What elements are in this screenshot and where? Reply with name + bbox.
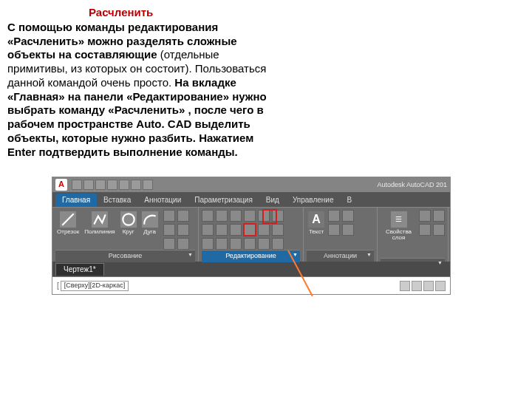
text-icon: A: [308, 211, 324, 228]
body-paragraph: С помощью команды редактирования «Расчле…: [7, 21, 270, 160]
arc-icon: [142, 211, 158, 228]
qat-redo-icon[interactable]: [143, 180, 153, 190]
text-label: Текст: [309, 229, 324, 235]
panel-annotation-label[interactable]: Аннотации▼: [307, 250, 374, 262]
draw-small-2[interactable]: [177, 210, 189, 222]
title-bar: A Autodesk AutoCAD 201: [52, 177, 450, 192]
draw-small-4[interactable]: [177, 224, 189, 236]
panel-layers: ☰ Свойства слоя ▼: [378, 208, 449, 262]
mirror-icon[interactable]: [202, 224, 214, 236]
fillet-icon[interactable]: [216, 224, 228, 236]
qat-undo-icon[interactable]: [131, 180, 141, 190]
qat-saveas-icon[interactable]: [107, 180, 117, 190]
layer-small-grid: [419, 210, 445, 236]
line-label: Отрезок: [57, 229, 79, 235]
polyline-icon: [92, 211, 108, 228]
lengthen-icon[interactable]: [272, 238, 284, 250]
dim-icon[interactable]: [328, 210, 340, 222]
array-icon[interactable]: [202, 238, 214, 250]
ribbon-body: Отрезок Полилиния Круг Дуга: [52, 207, 450, 262]
move-icon[interactable]: [202, 210, 214, 222]
arc-button[interactable]: Дуга: [140, 210, 160, 235]
polyline-label: Полилиния: [84, 229, 115, 235]
app-menu-button[interactable]: A: [55, 179, 67, 191]
layer-color-icon[interactable]: [433, 224, 445, 236]
circle-icon: [120, 211, 137, 228]
align-icon[interactable]: [258, 238, 270, 250]
heading: Расчленить: [7, 6, 523, 20]
window-title: Autodesk AutoCAD 201: [377, 181, 447, 189]
copy-icon[interactable]: [272, 210, 284, 222]
nav-wheel-icon[interactable]: [400, 281, 410, 291]
qat-plot-icon[interactable]: [119, 180, 129, 190]
qat-open-icon[interactable]: [83, 180, 94, 190]
tab-parametric[interactable]: Параметризация: [188, 194, 259, 208]
chamfer-icon[interactable]: [230, 224, 242, 236]
nav-orbit-icon[interactable]: [435, 281, 446, 291]
rotate-icon[interactable]: [216, 210, 228, 222]
leader-icon[interactable]: [342, 210, 354, 222]
panel-modify: Редактирование▼: [199, 208, 304, 262]
layer-lock-icon[interactable]: [419, 224, 431, 236]
autocad-window: A Autodesk AutoCAD 201 Главная Вставка А…: [52, 177, 451, 295]
qat-save-icon[interactable]: [95, 180, 106, 190]
draw-small-grid: [163, 210, 189, 250]
circle-button[interactable]: Круг: [119, 210, 138, 235]
join-icon[interactable]: [230, 238, 242, 250]
chevron-down-icon: ▼: [437, 260, 443, 267]
drawing-area[interactable]: [ [Сверху][2D-каркас]: [52, 276, 450, 294]
polyline-button[interactable]: Полилиния: [83, 210, 117, 235]
tab-view[interactable]: Вид: [259, 194, 286, 208]
hatch-icon[interactable]: [342, 224, 354, 236]
line-button[interactable]: Отрезок: [55, 210, 81, 235]
document-tabs: Чертеж1*: [52, 262, 450, 276]
layers-icon: ☰: [391, 211, 407, 228]
scale-icon[interactable]: [272, 224, 284, 236]
stretch-icon[interactable]: [258, 224, 270, 236]
tab-annotate[interactable]: Аннотации: [137, 194, 188, 208]
text-button[interactable]: A Текст: [307, 210, 326, 235]
layer-freeze-icon[interactable]: [433, 210, 445, 222]
layer-label: Свойства слоя: [382, 229, 415, 241]
qat-new-icon[interactable]: [72, 180, 82, 190]
erase-icon[interactable]: [258, 210, 270, 222]
quick-access-toolbar: [72, 180, 153, 190]
arc-label: Дуга: [143, 229, 156, 235]
panel-modify-label[interactable]: Редактирование▼: [202, 250, 300, 262]
draw-small-6[interactable]: [177, 238, 189, 250]
svg-line-0: [62, 214, 73, 225]
tab-output[interactable]: В: [341, 194, 359, 208]
break-icon[interactable]: [244, 238, 256, 250]
nav-pan-icon[interactable]: [412, 281, 422, 291]
extend-icon[interactable]: [244, 210, 256, 222]
panel-draw-label[interactable]: Рисование▼: [55, 250, 195, 262]
document-tab[interactable]: Чертеж1*: [55, 263, 104, 276]
table-icon[interactable]: [328, 224, 340, 236]
circle-label: Круг: [123, 229, 134, 235]
view-control[interactable]: [Сверху][2D-каркас]: [61, 281, 129, 291]
trim-icon[interactable]: [230, 210, 242, 222]
offset-icon[interactable]: [216, 238, 228, 250]
nav-controls: [400, 281, 446, 291]
draw-small-1[interactable]: [163, 210, 175, 222]
explode-icon[interactable]: [244, 224, 256, 236]
nav-zoom-icon[interactable]: [423, 281, 434, 291]
chevron-down-icon: ▼: [188, 252, 193, 259]
tab-insert[interactable]: Вставка: [97, 194, 137, 208]
chevron-down-icon: ▼: [293, 252, 298, 259]
panel-draw: Отрезок Полилиния Круг Дуга: [52, 208, 199, 262]
draw-small-3[interactable]: [163, 224, 175, 236]
modify-grid: [202, 210, 284, 250]
ribbon-tabs: Главная Вставка Аннотации Параметризация…: [52, 192, 450, 207]
anno-small-grid: [328, 210, 354, 236]
line-icon: [60, 211, 76, 228]
panel-annotation: A Текст Аннотации▼: [304, 208, 378, 262]
panel-layers-label[interactable]: ▼: [381, 258, 445, 262]
layer-on-icon[interactable]: [419, 210, 431, 222]
layer-props-button[interactable]: ☰ Свойства слоя: [381, 210, 417, 241]
tab-manage[interactable]: Управление: [286, 194, 341, 208]
draw-small-5[interactable]: [163, 238, 175, 250]
chevron-down-icon: ▼: [366, 252, 372, 259]
tab-home[interactable]: Главная: [55, 194, 97, 208]
svg-point-1: [123, 214, 134, 225]
